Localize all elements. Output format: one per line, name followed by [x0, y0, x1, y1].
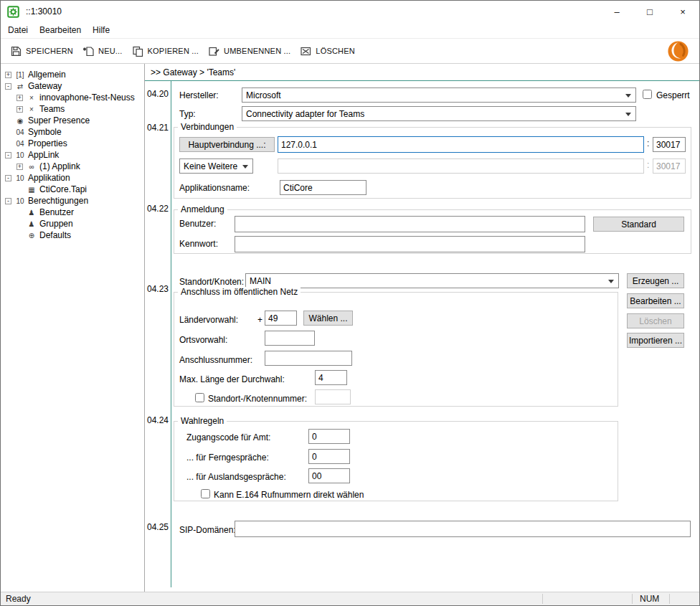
- tree-item-label: Symbole: [28, 127, 62, 137]
- rename-button[interactable]: UMBENENNEN ...: [208, 45, 290, 57]
- save-label: SPEICHERN: [26, 47, 73, 55]
- anschlussnummer-input[interactable]: [265, 351, 352, 366]
- bearbeiten-button[interactable]: Bearbeiten ...: [627, 293, 684, 308]
- chevron-down-icon: [625, 94, 631, 98]
- hersteller-value: Microsoft: [246, 90, 281, 100]
- rename-label: UMBENENNEN ...: [224, 47, 290, 55]
- ortsvorwahl-input[interactable]: [265, 331, 315, 346]
- waehlen-button[interactable]: Wählen ...: [303, 311, 353, 326]
- gateway-icon: ⇄: [14, 82, 26, 90]
- hersteller-select[interactable]: Microsoft: [242, 87, 636, 103]
- typ-select[interactable]: Connectivity adapter for Teams: [242, 106, 636, 121]
- auslandsgespraeche-label: ... für Auslandsgespräche:: [186, 472, 286, 482]
- sip-domaenen-label: SIP-Domänen:: [179, 525, 236, 535]
- benutzer-input[interactable]: [235, 216, 585, 232]
- minimize-button[interactable]: –: [600, 1, 633, 22]
- tree-item-gruppen[interactable]: ♟ Gruppen: [1, 218, 144, 229]
- tree-item-symbole[interactable]: 04 Symbole: [1, 126, 144, 138]
- tree-item-teams[interactable]: + × Teams: [1, 103, 144, 115]
- new-icon: [82, 45, 95, 57]
- save-button[interactable]: SPEICHERN: [10, 45, 73, 57]
- num-lock-indicator: NUM: [640, 594, 659, 604]
- loeschen-button: Löschen: [627, 313, 684, 328]
- applink-icon: 10: [14, 151, 26, 159]
- tree-item-label: Properties: [28, 138, 67, 148]
- standort-select[interactable]: MAIN: [245, 273, 619, 288]
- close-button[interactable]: ×: [666, 1, 699, 22]
- tree-item-berechtigungen[interactable]: - 10 Berechtigungen: [1, 195, 144, 207]
- maxlaenge-input[interactable]: [315, 370, 347, 385]
- e164-label: Kann E.164 Rufnummern direkt wählen: [214, 490, 364, 500]
- tree-item-innovaphone-test-neuss[interactable]: + × innovaphone-Test-Neuss: [1, 92, 144, 103]
- window-controls: – □ ×: [600, 1, 699, 22]
- erzeugen-button[interactable]: Erzeugen ...: [627, 273, 684, 288]
- tree-item-label: Teams: [39, 104, 65, 114]
- tree-item-benutzer[interactable]: ♟ Benutzer: [1, 207, 144, 218]
- tree-item-super-presence[interactable]: ◉ Super Presence: [1, 115, 144, 126]
- gesperrt-checkbox[interactable]: [643, 90, 652, 99]
- tree-item-gateway[interactable]: - ⇄ Gateway: [1, 80, 144, 92]
- kennwort-input[interactable]: [235, 236, 585, 252]
- copy-button[interactable]: KOPIEREN ...: [132, 45, 199, 57]
- delete-button[interactable]: LÖSCHEN: [300, 45, 355, 57]
- menu-bearbeiten[interactable]: Bearbeiten: [34, 22, 87, 38]
- new-label: NEU...: [98, 47, 123, 55]
- tree-item-cticore-tapi[interactable]: ▦ CtiCore.Tapi: [1, 184, 144, 195]
- sip-domaenen-input[interactable]: [235, 521, 691, 537]
- tree-item-label: Allgemein: [28, 70, 66, 80]
- section-number: 04.20: [147, 89, 169, 99]
- collapse-icon[interactable]: -: [5, 83, 11, 90]
- host-input[interactable]: [278, 136, 644, 153]
- ferngespraeche-input[interactable]: [308, 449, 350, 464]
- pbx-icon: ×: [26, 105, 37, 113]
- expand-icon[interactable]: +: [16, 106, 23, 113]
- window-icon: ▦: [26, 186, 37, 194]
- menu-datei[interactable]: Datei: [2, 22, 34, 38]
- breadcrumb: >> Gateway > 'Teams': [145, 64, 699, 81]
- applikationsname-input[interactable]: [280, 180, 366, 195]
- e164-checkbox[interactable]: [201, 489, 210, 498]
- link-icon: ∞: [26, 163, 37, 171]
- amt-label: Zugangscode für Amt:: [186, 432, 270, 442]
- tree-item-applink[interactable]: - 10 AppLink: [1, 149, 144, 161]
- collapse-icon[interactable]: -: [5, 198, 11, 204]
- tree-item-applink-1[interactable]: + ∞ (1) Applink: [1, 161, 144, 172]
- tree-item-defaults[interactable]: ⊕ Defaults: [1, 229, 144, 241]
- tree-item-properties[interactable]: 04 Properties: [1, 138, 144, 149]
- tree-item-label: Applikation: [28, 173, 70, 183]
- anschluss-legend: Anschluss im öffentlichen Netz: [178, 287, 301, 297]
- knotennummer-input: [315, 389, 351, 404]
- section-divider-line: [171, 81, 171, 587]
- tree-item-applikation[interactable]: - 10 Applikation: [1, 172, 144, 184]
- collapse-icon[interactable]: -: [5, 175, 11, 181]
- statusbar-separator: [632, 594, 633, 604]
- laendervorwahl-input[interactable]: [265, 311, 297, 326]
- tree-item-label: Benutzer: [39, 207, 74, 217]
- port-input[interactable]: [653, 137, 686, 152]
- hauptverbindung-button[interactable]: Hauptverbindung ...:: [179, 137, 275, 152]
- expand-icon[interactable]: +: [5, 72, 11, 78]
- amt-input[interactable]: [308, 429, 350, 444]
- standort-value: MAIN: [250, 276, 271, 286]
- innovaphone-logo-icon: [667, 40, 689, 62]
- tree-item-label: AppLink: [28, 150, 59, 160]
- tree-item-label: innovaphone-Test-Neuss: [39, 93, 135, 103]
- delete-label: LÖSCHEN: [316, 47, 355, 55]
- collapse-icon[interactable]: -: [5, 152, 11, 158]
- menu-hilfe[interactable]: Hilfe: [87, 22, 115, 38]
- tree-item-allgemein[interactable]: + [1] Allgemein: [1, 69, 144, 80]
- weitere-verbindung-select[interactable]: Keine Weitere: [179, 158, 253, 174]
- new-button[interactable]: NEU...: [82, 45, 123, 57]
- importieren-button[interactable]: Importieren ...: [627, 333, 684, 348]
- expand-icon[interactable]: +: [16, 164, 23, 170]
- ortsvorwahl-label: Ortsvorwahl:: [179, 335, 227, 345]
- group-icon: ♟: [26, 220, 37, 228]
- expand-icon[interactable]: +: [16, 95, 23, 101]
- standard-button[interactable]: Standard: [593, 217, 684, 232]
- knotennummer-checkbox[interactable]: [195, 393, 204, 402]
- maximize-button[interactable]: □: [633, 1, 666, 22]
- typ-label: Typ:: [179, 109, 196, 119]
- auslandsgespraeche-input[interactable]: [308, 468, 350, 483]
- section-number: 04.23: [147, 284, 169, 294]
- copy-icon: [132, 45, 144, 57]
